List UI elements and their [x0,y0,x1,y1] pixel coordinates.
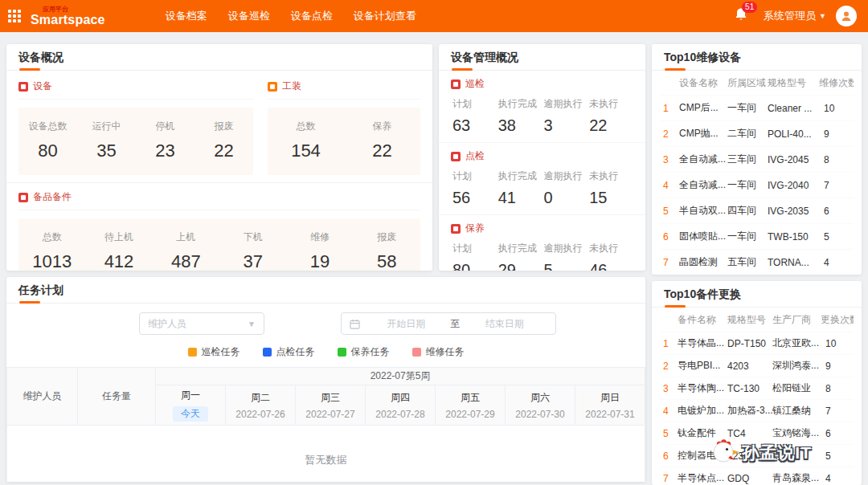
user-menu[interactable]: 系统管理员 ▼ [764,9,826,23]
table-header-row: 设备名称 所属区域 规格型号 维修次数 [660,71,854,95]
avatar[interactable] [836,6,857,26]
week-header: 2022-07第5周 [156,368,645,385]
table-row[interactable]: 6 固体喷貼... 一车间 TWB-150 5 [660,223,854,249]
table-row[interactable]: 2 导电PBI... 4203 深圳鸿泰... 9 [660,354,854,377]
nav-item-device-archive[interactable]: 设备档案 [155,0,218,32]
table-row[interactable]: 4 电镀炉加... 加热器-3... 镇江桑纳 7 [660,399,854,422]
stat: 总数 1013 [18,230,85,271]
group-header: 保养 [451,220,633,238]
group-label: 点检 [465,149,485,163]
maintenance-icon [451,224,461,234]
stat-value: 22 [194,141,253,161]
nav-item-device-spotcheck[interactable]: 设备点检 [280,0,343,32]
stat-value: 22 [589,116,633,135]
date-range-picker[interactable]: 开始日期 至 结束日期 [341,312,556,335]
rank-cell: 4 [660,406,678,417]
stat: 未执行 22 [588,97,633,135]
stat: 停机 23 [136,120,194,161]
stat-value: 38 [498,116,542,135]
day-column-sat: 周六 2022-07-30 [506,385,575,426]
model-cell: IVG-2045 [768,154,819,165]
device-name-cell: CMP后... [679,101,727,115]
nav-item-device-plan-view[interactable]: 设备计划查看 [343,0,427,32]
spare-stats: 总数 1013 待上机 412 上机 487 下机 37 [18,218,420,271]
maintainer-select[interactable]: 维护人员 ▼ [139,312,264,335]
rank-cell: 2 [660,128,679,140]
table-row[interactable]: 3 半导体陶... TC-130 松阳链业 8 [660,377,854,399]
day-date: 今天 [156,406,225,422]
rank-cell: 1 [660,103,679,114]
table-row[interactable]: 2 CMP抛... 二车间 POLI-40... 9 [660,120,854,146]
section-label: 备品备件 [33,190,72,204]
stat-label: 执行完成 [498,97,542,111]
brand-logo[interactable]: 应用平台 Smartspace [31,6,105,26]
manufacturer-cell: 宝鸡铭海... [772,426,821,440]
table-row[interactable]: 6 控制器电... 123 青岛... 5 [660,444,854,467]
table-row[interactable]: 1 半导体晶... DP-T150 北京亚欧... 10 [660,332,854,354]
stat: 上机 487 [153,230,219,271]
model-cell: IVG-2040 [768,180,819,191]
part-name-cell: 半导体晶... [678,336,727,350]
device-section: 设备 设备总数 80 运行中 35 停机 23 [18,72,268,175]
nav-item-device-inspection[interactable]: 设备巡检 [218,0,280,32]
table-row[interactable]: 4 全自动减... 一车间 IVG-2040 7 [660,172,854,198]
device-tooling-columns: 设备 设备总数 80 运行中 35 停机 23 [6,71,432,175]
rank-cell: 7 [660,257,679,268]
device-section-header: 设备 [18,72,253,100]
legend-color-swatch [338,348,346,357]
table-row[interactable]: 5 钛金配件 TC4 宝鸡铭海... 6 [660,422,854,444]
stat-label: 逾期执行 [544,97,588,111]
day-name: 周三 [296,391,365,405]
chevron-down-icon: ▼ [819,12,826,20]
card-title: Top10维修设备 [664,44,741,71]
count-cell: 8 [821,383,854,394]
card-top10-parts-replacement: Top10备件更换 备件名称 规格型号 生产厂商 更换次数 1 半导体晶... … [652,281,862,485]
table-row[interactable]: 3 全自动减... 三车间 IVG-2045 8 [660,146,854,172]
part-name-cell: 导电PBI... [678,359,727,373]
legend-repair-task: 维修任务 [412,345,465,359]
manufacturer-cell: 镇江桑纳 [772,404,821,418]
area-cell: 一车间 [727,178,768,192]
stat: 待上机 412 [85,230,152,271]
column-header: 规格型号 [727,313,772,327]
stat-label: 执行完成 [498,242,542,255]
spare-parts-section: 备品备件 总数 1013 待上机 412 上机 487 [6,182,432,271]
device-stats: 设备总数 80 运行中 35 停机 23 报废 [18,108,253,175]
table-row[interactable]: 1 CMP后... 一车间 Cleaner ... 10 [660,95,854,120]
header-right: 51 系统管理员 ▼ [735,6,857,26]
count-cell: 5 [819,231,854,243]
notifications-button[interactable]: 51 [735,7,747,25]
device-name-cell: 半自动双... [679,204,727,218]
rank-cell: 2 [660,361,678,372]
legend-label: 点检任务 [276,345,315,359]
day-name: 周二 [226,391,295,405]
manufacturer-cell: 北京亚欧... [772,336,821,350]
day-date: 2022-07-26 [226,409,295,420]
card-task-plan: 任务计划 维护人员 ▼ 开始日期 至 结束日期 巡检任务 点检任务 保养任务 [6,277,645,482]
table-row[interactable]: 7 晶圆检测 五车间 TORNA... 4 [660,249,854,275]
day-date: 2022-07-30 [506,409,575,420]
count-cell: 10 [821,338,854,349]
column-header: 设备名称 [679,76,727,90]
column-header: 更换次数 [821,313,854,327]
stat-value: 37 [219,251,286,271]
device-name-cell: 全自动减... [679,178,727,192]
day-column-fri: 周五 2022-07-29 [436,385,506,426]
stat: 总数 154 [268,120,344,161]
model-cell: TC-130 [727,383,772,394]
device-name-cell: CMP抛... [679,127,727,141]
day-name: 周四 [366,391,435,405]
brand-name: Smartspace [31,14,105,26]
day-date: 2022-07-27 [296,409,365,420]
stat: 逾期执行 3 [542,97,588,135]
table-row[interactable]: 5 半自动双... 四车间 IVG-2035 6 [660,198,854,223]
stat: 维修 19 [286,230,353,271]
day-name: 周一 [156,389,225,402]
stat: 计划 80 [451,242,497,271]
legend-label: 保养任务 [351,345,390,359]
spare-section-header: 备品备件 [18,183,420,210]
table-row[interactable]: 7 半导体点... GDQ 青岛森泉... 4 [660,467,854,485]
day-column-mon: 周一 今天 [156,385,226,426]
app-launcher-grid-icon[interactable] [6,8,23,24]
app-header: 应用平台 Smartspace 设备档案 设备巡检 设备点检 设备计划查看 51… [0,0,868,32]
